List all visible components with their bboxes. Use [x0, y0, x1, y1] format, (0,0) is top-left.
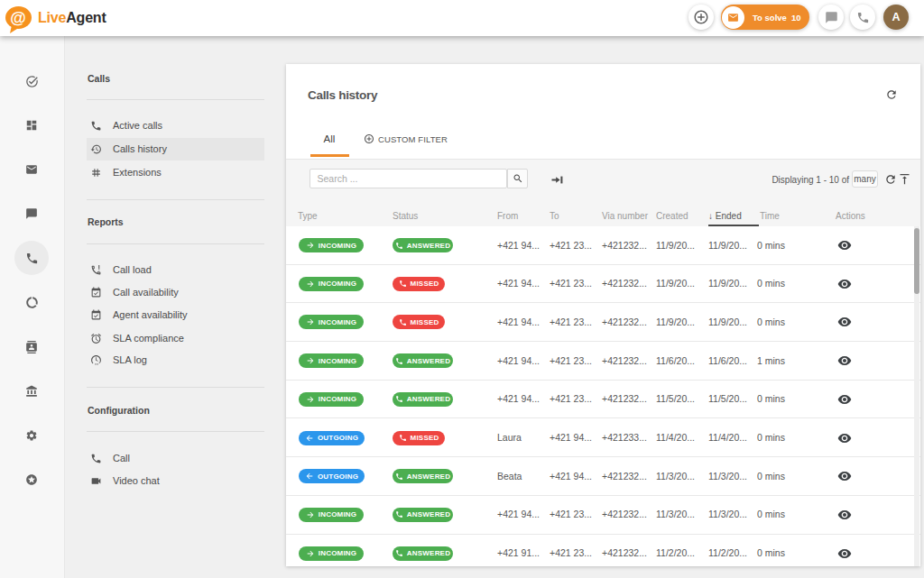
svg-text:@: @ — [10, 9, 26, 27]
